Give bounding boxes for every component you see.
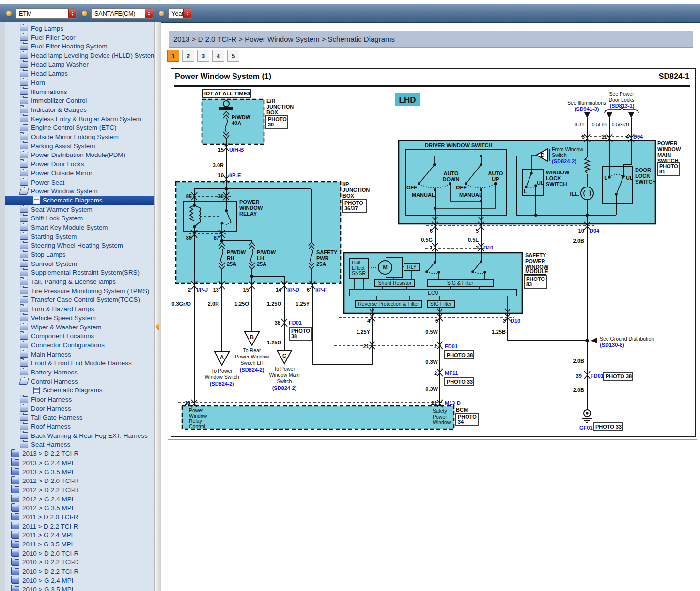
sidebar-item[interactable]: Schematic Diagrams [5,386,154,395]
page-tab-1[interactable]: 1 [167,50,179,62]
page-tab-4[interactable]: 4 [212,50,224,62]
sidebar-item-label: Head lamp Leveling Device (HLLD) System [31,52,154,59]
sidebar-item[interactable]: 2010 > D 2.0 TCI-R [5,549,154,558]
year-select[interactable]: Year ▲▼ [168,8,191,19]
svg-text:SIG & Filter: SIG & Filter [447,280,474,286]
sidebar-item[interactable]: 2010 > D 2.2 TCI-D [5,558,154,567]
sidebar-item[interactable]: 2013 > G 2.4 MPI [5,458,154,467]
etm-select[interactable]: ETM ▲▼ [16,8,77,19]
sidebar-item[interactable]: Power Door Locks [5,159,154,169]
sidebar-item[interactable]: 2010 > G 3.5 MPI [5,585,154,591]
sidebar-item[interactable]: 2012 > D 2.0 TCI-R [5,476,154,485]
sidebar-item[interactable]: Immobilizer Control [5,96,154,106]
folder-icon [20,179,28,186]
sidebar-item[interactable]: Tail, Parking & License lamps [5,277,154,286]
sidebar-item[interactable]: Indicator & Gauges [5,105,154,114]
sidebar-item[interactable]: Fuel Filter Heating System [5,42,154,51]
sidebar-item[interactable]: Supplemental Restraint System(SRS) [5,268,154,278]
sidebar-splitter[interactable] [154,22,161,591]
svg-text:0.3Gr/O: 0.3Gr/O [171,301,191,307]
sidebar-item[interactable]: Illuminations [5,87,154,96]
svg-text:OFF: OFF [406,185,417,190]
sidebar-item[interactable]: Outside Mirror Folding System [5,132,154,141]
svg-text:LH: LH [257,255,264,261]
sidebar-item[interactable]: Power Distribution Module(PDM) [5,151,154,160]
sidebar-item[interactable]: Power Window System [5,187,154,196]
sidebar-item[interactable]: Transfer Case Control System(TCCS) [5,296,154,305]
sidebar-item[interactable]: Main Harness [5,350,154,359]
sidebar-item[interactable]: Wiper & Washer System [5,323,154,332]
svg-text:POWER: POWER [525,258,545,264]
sidebar-item[interactable]: Connector Configurations [5,341,154,350]
sidebar-item[interactable]: 2011 > G 2.4 MPI [5,531,154,540]
sidebar-item[interactable]: Back Warning & Rear Fog EXT. Harness [5,431,154,440]
stepper-icon[interactable]: ▲▼ [68,9,76,18]
sidebar-item-label: 2011 > G 2.4 MPI [22,531,73,539]
sidebar-item[interactable]: 2011 > G 3.5 MPI [5,540,154,549]
sidebar-item-label: 2013 > G 2.4 MPI [22,459,73,467]
sidebar-item[interactable]: 2010 > D 2.2 TCI-R [5,567,154,576]
sidebar-item[interactable]: Smart Key Module System [5,223,154,232]
svg-text:86: 86 [186,235,192,241]
sidebar-item[interactable]: Seat Harness [5,440,154,450]
svg-text:38: 38 [291,333,297,339]
sidebar-item[interactable]: Steering Wheel Heating System [5,241,154,250]
page-tab-3[interactable]: 3 [197,50,209,62]
sidebar-item[interactable]: Horn [5,78,154,87]
sidebar-item[interactable]: Tire Pressure Monitoring System (TPMS) [5,286,154,296]
page-tab-2[interactable]: 2 [182,50,194,62]
sidebar-item[interactable]: Starting System [5,232,154,241]
sidebar-item[interactable]: 2013 > D 2.2 TCI-R [5,449,154,458]
sidebar-item[interactable]: 2012 > G 3.5 MPI [5,503,154,513]
sidebar-item[interactable]: Turn & Hazard Lamps [5,304,154,313]
sidebar-item[interactable]: 2013 > G 3.5 MPI [5,467,154,477]
sidebar-item[interactable]: 2010 > G 2.4 MPI [5,576,154,585]
stepper-icon[interactable]: ▲▼ [145,9,153,18]
sidebar-item[interactable]: 2012 > G 2.4 MPI [5,495,154,504]
sidebar-item[interactable]: Front & Front End Module Harness [5,358,154,368]
sidebar-item[interactable]: Door Harness [5,404,154,413]
sidebar-item[interactable]: Power Outside Mirror [5,169,154,178]
svg-text:30: 30 [268,122,274,127]
sidebar-item[interactable]: Keyless Entry & Burglar Alarm System [5,114,154,124]
sidebar-item[interactable]: Power Seat [5,178,154,187]
svg-text:WINDOW: WINDOW [546,170,570,175]
model-select[interactable]: SANTAFE(CM) ▲▼ [91,8,153,19]
svg-text:D10: D10 [511,318,520,324]
sidebar-item[interactable]: 2012 > D 2.2 TCI-R [5,485,154,495]
folder-icon [20,279,28,285]
sidebar-item[interactable]: Head Lamp Washer [5,60,154,69]
sidebar-item[interactable]: 2011 > D 2.2 TCI-R [5,522,154,531]
folder2-icon [11,568,19,575]
sidebar-item[interactable]: Schematic Diagrams [5,196,154,205]
svg-text:0.5W: 0.5W [425,329,438,335]
page-tab-5[interactable]: 5 [227,50,239,62]
sidebar-item[interactable]: Vehicle Speed System [5,313,154,323]
folder-icon [20,333,28,340]
sidebar-item[interactable]: Control Harness [5,377,154,386]
sidebar-item[interactable]: Head lamp Leveling Device (HLLD) System [5,51,154,60]
sidebar-item-label: Head Lamp Washer [31,61,89,68]
sidebar-item[interactable]: Engine Control System (ETC) [5,124,154,133]
stepper-icon[interactable]: ▲▼ [183,9,191,18]
folder-icon [20,88,28,95]
svg-text:PHOTO 33: PHOTO 33 [595,424,622,430]
sidebar-item[interactable]: Battery Harness [5,368,154,377]
sidebar-item[interactable]: Shift Lock System [5,214,154,223]
sidebar-item[interactable]: Fog Lamps [5,24,154,33]
sidebar-item[interactable]: Component Locations [5,331,154,341]
sidebar-item[interactable]: Seat Warmer System [5,205,154,214]
sidebar-item[interactable]: Floor Harness [5,395,154,404]
sidebar-item[interactable]: Sunroof System [5,259,154,268]
sidebar-item[interactable]: Head Lamps [5,69,154,78]
folder-icon [20,61,28,68]
sidebar-item[interactable]: Stop Lamps [5,250,154,259]
sidebar-item[interactable]: Tail Gate Harness [5,413,154,422]
sidebar-item[interactable]: Fuel Filler Door [5,33,154,42]
sidebar-item[interactable]: Parking Assist System [5,141,154,151]
collapse-sidebar-icon[interactable] [155,323,159,330]
sidebar-item[interactable]: Roof Harness [5,422,154,431]
sidebar-item[interactable]: 2011 > D 2.0 TCI-R [5,513,154,522]
folder2-icon [11,513,19,520]
breadcrumb-text: 2013 > D 2.0 TCI-R > Power Window System… [173,35,395,43]
